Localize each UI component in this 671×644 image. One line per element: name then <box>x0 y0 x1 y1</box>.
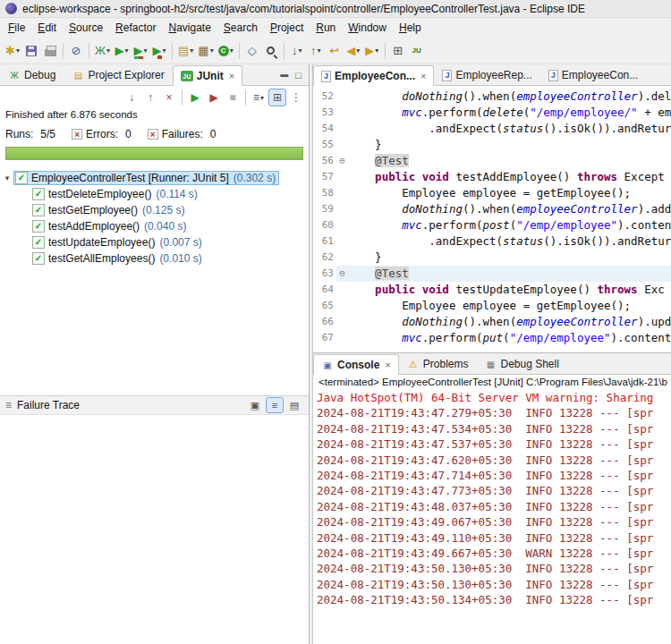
show-stack-trace-in-console-icon[interactable]: ▣ <box>246 397 264 413</box>
next-annotation-icon[interactable]: ↓▾ <box>288 41 306 61</box>
dropdown-arrow-icon: ▾ <box>375 47 378 55</box>
rerun-test-icon[interactable]: ▶ <box>186 89 204 106</box>
menu-project[interactable]: Project <box>264 20 310 36</box>
tree-item-test-get-employee[interactable]: ✓ testGetEmployee() (0.125 s) <box>0 202 309 218</box>
tab-console[interactable]: ▣ Console × <box>313 354 399 375</box>
new-java-class-icon[interactable]: C▾ <box>217 41 235 61</box>
show-failures-only-icon[interactable]: × <box>160 89 178 106</box>
code-line[interactable]: 53 mvc.perform(delete("/emp/employee/" +… <box>313 105 671 121</box>
view-tab-bar: Ж Debug ▤ Project Explorer JU JUnit × ▬ … <box>0 64 309 86</box>
test-ok-icon: ✓ <box>32 220 45 233</box>
tab-employee-repository[interactable]: J EmployeeRep... <box>434 64 539 85</box>
last-edit-location-icon[interactable]: ↩ <box>326 41 344 61</box>
maximize-icon[interactable]: □ <box>295 70 302 80</box>
close-icon[interactable]: × <box>420 71 426 81</box>
save-icon[interactable] <box>22 41 40 61</box>
code-line[interactable]: 65 Employee employee = getEmployee(); <box>313 298 671 314</box>
skip-all-breakpoints-icon[interactable]: ⊘ <box>67 41 85 61</box>
open-type-icon[interactable]: ◇ <box>243 41 261 61</box>
menu-run[interactable]: Run <box>310 20 342 36</box>
tab-debug-shell[interactable]: ▦ Debug Shell <box>476 353 566 374</box>
code-editor[interactable]: 52 doNothing().when(employeeController).… <box>313 86 671 351</box>
code-line[interactable]: 60 mvc.perform(post("/emp/employee").con… <box>313 217 671 233</box>
dropdown-arrow-icon: ▾ <box>210 47 214 55</box>
debug-icon[interactable]: Ж▾ <box>93 41 112 61</box>
menu-bar: File Edit Source Refactor Navigate Searc… <box>0 18 671 38</box>
code-line[interactable]: 57 public void testAddEmployee() throws … <box>313 169 671 185</box>
fold-gutter <box>336 137 348 153</box>
menu-source[interactable]: Source <box>63 20 109 36</box>
close-icon[interactable]: × <box>385 360 390 370</box>
junit-toolbar: ↓↑×▶▶■≡▾⊞⋮ <box>0 86 309 109</box>
show-previous-failed-test-icon[interactable]: ↑ <box>141 89 159 106</box>
code-line[interactable]: 67 mvc.perform(put("/emp/employee").cont… <box>313 330 671 346</box>
close-icon[interactable]: × <box>229 71 234 81</box>
back-icon[interactable]: ◀▾ <box>344 41 362 61</box>
menu-navigate[interactable]: Navigate <box>162 20 217 36</box>
code-line[interactable]: 58 Employee employee = getEmployee(); <box>313 185 671 201</box>
rerun-failed-tests-first-icon[interactable]: ▶ <box>205 89 223 106</box>
compare-results-icon[interactable]: ▤ <box>285 397 303 413</box>
layout-icon[interactable]: ⊞ <box>268 89 286 106</box>
code-line[interactable]: 54 .andExpect(status().isOk()).andRetur <box>313 121 671 137</box>
new-java-package-icon[interactable]: ▦▾ <box>196 41 215 61</box>
print-icon[interactable] <box>41 41 59 61</box>
new-java-project-icon[interactable]: ▤▾ <box>176 41 195 61</box>
code-line[interactable]: 63⊖ @Test <box>313 266 671 282</box>
test-run-history-icon[interactable]: ≡▾ <box>250 89 268 106</box>
menu-file[interactable]: File <box>2 20 31 36</box>
run-icon[interactable]: ▶▾ <box>113 41 131 61</box>
tree-item-test-add-employee[interactable]: ✓ testAddEmployee() (0.040 s) <box>0 218 309 234</box>
code-line[interactable]: 59 doNothing().when(employeeController).… <box>313 201 671 217</box>
tab-junit[interactable]: JU JUnit × <box>173 65 242 86</box>
tab-employee-controller[interactable]: J EmployeeCon... <box>540 64 646 85</box>
code-line[interactable]: 64 public void testUpdateEmployee() thro… <box>313 282 671 298</box>
code-line[interactable]: 66 doNothing().when(employeeController).… <box>313 314 671 330</box>
console-view: ▣ Console × ⚠ Problems ▦ Debug Shell <te… <box>313 352 671 644</box>
expander-icon[interactable]: ▾ <box>0 174 14 182</box>
code-line[interactable]: 56⊖ @Test <box>313 153 671 169</box>
code-line[interactable]: 52 doNothing().when(employeeController).… <box>313 89 671 105</box>
forward-icon[interactable]: ▶▾ <box>363 41 381 61</box>
dropdown-arrow-icon: ▾ <box>298 47 302 55</box>
previous-annotation-icon[interactable]: ↑▾ <box>307 41 325 61</box>
fold-gutter <box>336 201 348 217</box>
tree-item-test-get-all-employees[interactable]: ✓ testGetAllEmployees() (0.010 s) <box>0 250 309 267</box>
test-suite-ok-icon: ✓ <box>15 172 28 184</box>
tab-employee-controller-test[interactable]: J EmployeeCon... × <box>313 65 434 86</box>
menu-edit[interactable]: Edit <box>31 20 63 36</box>
filter-stack-trace-icon[interactable]: ≡ <box>266 397 284 413</box>
show-next-failed-test-icon[interactable]: ↓ <box>123 89 140 106</box>
menu-window[interactable]: Window <box>342 20 393 36</box>
failure-trace-header: ≡ Failure Trace ▣≡▤ <box>0 395 309 415</box>
menu-refactor[interactable]: Refactor <box>109 20 162 36</box>
eclipse-window: eclipse-workspace - springboot-h2/src/te… <box>0 0 671 644</box>
fold-gutter <box>336 217 348 233</box>
view-menu-icon[interactable]: ⋮ <box>287 89 305 106</box>
new-wizard-icon[interactable]: ✱▾ <box>4 41 21 61</box>
title-bar[interactable]: eclipse-workspace - springboot-h2/src/te… <box>0 0 671 18</box>
open-perspective-icon[interactable]: ⊞ <box>389 41 407 61</box>
tab-project-explorer[interactable]: ▤ Project Explorer <box>64 64 172 85</box>
menu-search[interactable]: Search <box>217 20 264 36</box>
search-icon[interactable] <box>262 41 280 61</box>
dropdown-arrow-icon: ▾ <box>317 47 320 55</box>
console-line: 2024-08-21T19:43:47.714+05:30 INFO 13228… <box>317 468 671 483</box>
console-line: 2024-08-21T19:43:47.620+05:30 INFO 13228… <box>317 453 671 468</box>
run-external-tools-icon[interactable]: ▶▾ <box>150 41 168 61</box>
coverage-icon[interactable]: ▶▾ <box>132 41 149 61</box>
dropdown-arrow-icon: ▾ <box>144 47 148 55</box>
menu-help[interactable]: Help <box>393 20 428 36</box>
runs-value: 5/5 <box>40 128 55 140</box>
tree-item-test-delete-employee[interactable]: ✓ testDeleteEmployee() (0.114 s) <box>0 186 309 202</box>
code-line[interactable]: 62 } <box>313 250 671 266</box>
tab-debug[interactable]: Ж Debug <box>0 64 64 85</box>
junit-shortcut-icon[interactable]: JU <box>408 41 426 61</box>
code-line[interactable]: 55 } <box>313 137 671 153</box>
code-line[interactable]: 61 .andExpect(status().isOk()).andRetur <box>313 233 671 250</box>
tree-item-test-update-employee[interactable]: ✓ testUpdateEmployee() (0.007 s) <box>0 234 309 250</box>
tree-root[interactable]: ▾ ✓ EmployeeControllerTest [Runner: JUni… <box>0 170 309 186</box>
stop-junit-test-run-icon[interactable]: ■ <box>224 89 242 106</box>
minimize-icon[interactable]: ▬ <box>280 70 288 80</box>
tab-problems[interactable]: ⚠ Problems <box>399 353 477 374</box>
